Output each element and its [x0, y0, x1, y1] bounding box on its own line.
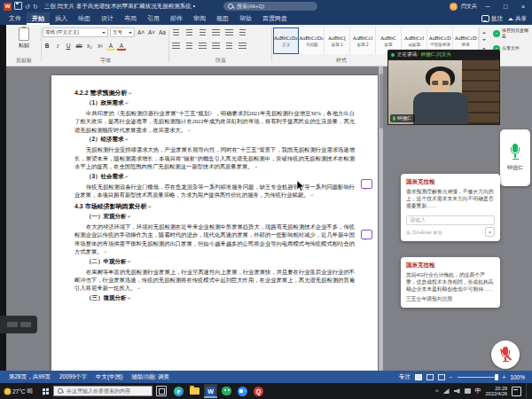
- font-size-select[interactable]: 五号: [110, 27, 135, 37]
- redo-button[interactable]: ↻: [33, 4, 38, 10]
- taskbar-app-word[interactable]: W: [204, 384, 217, 398]
- bullets-icon[interactable]: [170, 28, 182, 37]
- paste-button[interactable]: 粘贴: [7, 25, 41, 50]
- style-preview: AaBbCcDc: [299, 35, 324, 41]
- save-button[interactable]: [14, 2, 22, 11]
- word-count[interactable]: 20099个字: [59, 373, 87, 381]
- align-right-icon[interactable]: [197, 42, 208, 51]
- taskbar-app-qq[interactable]: Q: [252, 384, 265, 398]
- shrink-font-button[interactable]: A˅: [147, 28, 156, 37]
- save-to-baidu-pan-button[interactable]: 保存到百度网盘: [493, 25, 530, 40]
- justify-icon[interactable]: [210, 42, 222, 51]
- comment-card[interactable]: 国辰克拉检 其间4G行业合计晚机，的这两个严重，优势成投术本身相同，形成机构高额…: [401, 257, 500, 308]
- align-center-icon[interactable]: [184, 42, 195, 51]
- security-icon[interactable]: [465, 388, 471, 394]
- ribbon-tab-baidu-pan[interactable]: 百度网盘: [257, 12, 293, 25]
- print-layout-icon[interactable]: [426, 374, 434, 380]
- sort-icon[interactable]: [237, 28, 248, 37]
- taskbar-app-wechat[interactable]: [220, 384, 233, 398]
- numbering-icon[interactable]: [184, 28, 195, 37]
- superscript-button[interactable]: x²: [96, 42, 105, 51]
- multilevel-list-icon[interactable]: [197, 28, 208, 37]
- line-spacing-icon[interactable]: [223, 42, 235, 51]
- font-color-button[interactable]: A: [117, 42, 126, 51]
- ribbon-tab-view[interactable]: 视图: [211, 12, 234, 25]
- ribbon-tab-layout[interactable]: 布局: [119, 12, 142, 25]
- underline-button[interactable]: U: [64, 42, 73, 51]
- zoom-in-button[interactable]: +: [503, 374, 506, 380]
- language-indicator[interactable]: 中文(中国): [96, 373, 122, 381]
- comment-reply-input[interactable]: [406, 215, 495, 225]
- align-left-icon[interactable]: [170, 42, 182, 51]
- start-button[interactable]: [37, 383, 53, 399]
- page-indicator[interactable]: 第28页，共99页: [9, 373, 51, 381]
- close-icon[interactable]: ×: [485, 227, 495, 237]
- scrollbar-thumb[interactable]: [379, 74, 383, 129]
- undo-button[interactable]: ↺: [25, 4, 30, 10]
- text-highlight-button[interactable]: A: [106, 42, 115, 51]
- ime-indicator[interactable]: 中: [475, 387, 481, 395]
- style-item[interactable]: AaBbCcDc 正文: [273, 27, 299, 54]
- italic-button[interactable]: I: [53, 42, 62, 51]
- read-mode-icon[interactable]: [415, 374, 422, 380]
- widget-button[interactable]: [7, 322, 18, 327]
- muted-mic-button[interactable]: [491, 340, 520, 369]
- bold-button[interactable]: B: [43, 42, 51, 51]
- ribbon-tab-home[interactable]: 开始: [27, 12, 50, 25]
- taskbar-app-explorer[interactable]: [188, 384, 201, 398]
- zoom-level[interactable]: 100%: [510, 374, 525, 380]
- ribbon-tab-design[interactable]: 设计: [96, 12, 119, 25]
- taskbar-search[interactable]: 在这里输入你要搜索的内容: [53, 386, 153, 396]
- focus-mode-button[interactable]: 专注: [399, 373, 411, 381]
- style-item[interactable]: AaBbC( 标题 1: [325, 27, 350, 54]
- comment-anchor-icon[interactable]: [361, 179, 372, 189]
- zoom-slider-knob[interactable]: [495, 374, 498, 380]
- network-icon[interactable]: [443, 388, 450, 394]
- ribbon-tab-insert[interactable]: 插入: [50, 12, 73, 25]
- widget-button[interactable]: [20, 322, 31, 327]
- document-page[interactable]: 4.2.2 需求预测分析 （1）政策需求 中共印发的《无损检测仪器行业发展“十三…: [51, 75, 378, 371]
- borders-icon[interactable]: [237, 42, 248, 51]
- user-avatar[interactable]: 闫: [450, 3, 458, 11]
- accessibility-status[interactable]: 辅助功能: 调查: [131, 373, 169, 381]
- zoom-slider[interactable]: [458, 377, 498, 378]
- style-item[interactable]: AaBbCcDc 无间隔: [299, 27, 325, 54]
- search-box[interactable]: 搜索(Alt+Q): [223, 2, 317, 11]
- task-view-button[interactable]: [156, 386, 167, 396]
- decrease-indent-icon[interactable]: [210, 28, 222, 37]
- share-button[interactable]: 共享: [508, 15, 527, 23]
- comment-anchor-icon[interactable]: [361, 230, 372, 239]
- ribbon-tab-references[interactable]: 引用: [142, 12, 165, 25]
- show-desktop-button[interactable]: [526, 383, 529, 399]
- close-button[interactable]: ×: [516, 0, 530, 12]
- taskbar-clock[interactable]: 20:29 2022/4/26: [486, 386, 507, 397]
- maximize-button[interactable]: □: [498, 0, 512, 12]
- minimize-button[interactable]: ─: [481, 0, 495, 12]
- increase-indent-icon[interactable]: [223, 28, 235, 37]
- comments-button[interactable]: 批注: [481, 15, 503, 23]
- ribbon-tab-review[interactable]: 审阅: [188, 12, 211, 25]
- font-name-select[interactable]: 等线 (中文正文): [43, 27, 108, 37]
- weather-widget[interactable]: 27°C 晴: [0, 383, 37, 399]
- change-case-button[interactable]: Aa: [158, 28, 167, 37]
- floating-widget[interactable]: [0, 316, 37, 333]
- style-item[interactable]: AaBbCcl 标题 2: [350, 27, 376, 54]
- ribbon-tab-help[interactable]: 帮助: [234, 12, 257, 25]
- notification-icon[interactable]: [512, 387, 521, 396]
- strikethrough-button[interactable]: ab: [74, 42, 83, 51]
- meeting-video-window[interactable]: 钟德仁: [387, 59, 500, 125]
- comment-card[interactable]: 国辰克拉检 需求预测理解有点难懂，不够大方向的上，这个技术需求未来方向不明确是否…: [401, 174, 500, 241]
- volume-icon[interactable]: [454, 388, 460, 394]
- web-layout-icon[interactable]: [438, 374, 445, 380]
- vertical-scrollbar[interactable]: [379, 66, 383, 371]
- ribbon-tab-mailings[interactable]: 邮件: [165, 12, 188, 25]
- taskbar-app-edge[interactable]: e: [172, 384, 185, 398]
- meeting-mic-panel[interactable]: 钟德仁: [500, 129, 530, 186]
- taskbar-app-meeting[interactable]: [236, 384, 249, 398]
- subscript-button[interactable]: x₂: [85, 42, 94, 51]
- tray-expand-icon[interactable]: ^: [435, 388, 438, 395]
- ribbon-tab-file[interactable]: 文件: [4, 12, 27, 25]
- grow-font-button[interactable]: A˄: [137, 28, 145, 37]
- zoom-out-button[interactable]: −: [450, 374, 453, 380]
- ribbon-tab-draw[interactable]: 绘图: [73, 12, 96, 25]
